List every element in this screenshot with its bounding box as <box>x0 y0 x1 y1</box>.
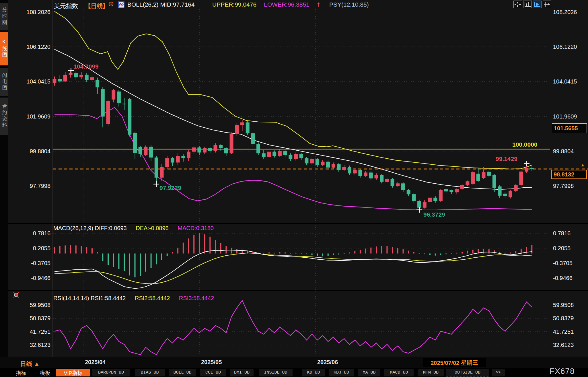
axis-label: 101.9609 <box>9 113 50 120</box>
current-price-marker-icon: ▲ <box>581 162 585 167</box>
axis-label: -0.9466 <box>553 275 573 281</box>
macd-hist-value: MACD:0.3180 <box>178 225 214 231</box>
price-annotation: 99.1429 <box>496 156 517 162</box>
toolbar-tab-kd_ud[interactable]: KD_UD <box>302 369 325 376</box>
boll-mid-readout: BOLL(26,2) MID:97.7164 <box>127 1 195 9</box>
month-label: 2025/05 <box>201 359 222 366</box>
symbol-title: 美元指数 <box>54 1 78 9</box>
axis-label: 97.7998 <box>9 182 50 189</box>
price-annotation: 97.9229 <box>159 184 181 191</box>
brand-watermark: FX678 <box>550 367 575 376</box>
up-arrow-icon: ↑ <box>317 0 320 7</box>
rsi3-value: RSI3:58.4442 <box>179 295 214 301</box>
pan-crosshair-icon[interactable] <box>513 1 522 8</box>
price-tag-box: 98.8132 <box>551 170 587 179</box>
period-tag[interactable]: 【日线】 <box>85 1 109 9</box>
axis-label: 0.7816 <box>9 230 50 237</box>
toolbar-tab--[interactable]: 指标 <box>11 369 30 376</box>
toolbar-tab--[interactable]: 模板 <box>36 369 54 376</box>
toolbar-tab-kdj_ud[interactable]: KDJ_UD <box>329 369 354 376</box>
axis-label: -0.9466 <box>9 275 50 281</box>
axis-label: 101.9609 <box>553 113 577 120</box>
rsi1-value: RSI(14,14,14) RSI1:58.4442 <box>53 295 126 301</box>
toolbar-tab-dmi_ud[interactable]: DMI_UD <box>230 369 254 376</box>
axis-label: 97.7998 <box>553 182 574 189</box>
period-selector[interactable]: 日线 ▲ <box>20 359 40 368</box>
axis-label: 50.8379 <box>553 315 574 322</box>
axis-label: 0.2055 <box>553 245 571 252</box>
extreme-cross-marker <box>68 68 74 73</box>
toolbar-tab--[interactable]: >> <box>492 369 505 376</box>
macd-dea-value: DEA:-0.0896 <box>136 225 169 231</box>
extreme-cross-marker <box>524 161 529 166</box>
axis-label: 59.9508 <box>9 302 50 308</box>
toolbar-tab-bias_ud[interactable]: BIAS_UD <box>135 369 165 376</box>
axis-label: 32.6123 <box>553 341 574 348</box>
axis-label: 32.6123 <box>9 341 50 348</box>
macd-diff-value: MACD(26,12,9) DIFF:0.0693 <box>53 225 127 231</box>
rsi2-value: RSI2:58.4442 <box>135 295 170 301</box>
alert-dot-icon[interactable] <box>12 291 20 299</box>
add-indicator-icon[interactable]: ⊕ <box>108 0 114 7</box>
macd-readout: MACD(26,12,9) DIFF:0.0693 DEA:-0.0896 MA… <box>53 225 214 232</box>
axis-label: 104.0415 <box>9 78 50 85</box>
toolbar-tab-inside_ud[interactable]: INSIDE_UD <box>259 369 293 376</box>
toolbar-tab-mtm_ud[interactable]: MTM_UD <box>418 369 444 376</box>
axis-label: 108.2026 <box>9 9 50 15</box>
boll-upper-readout: UPPER:99.0476 <box>212 1 256 9</box>
toolbar-tab-cci_ud[interactable]: CCI_UD <box>200 369 226 376</box>
extreme-cross-marker <box>416 207 422 213</box>
price-annotation: 96.3729 <box>423 211 445 218</box>
psy-readout: PSY(12,10,85) <box>329 1 369 9</box>
axis-label: 0.2055 <box>9 245 50 252</box>
toolbar-tab-ma_ud[interactable]: MA_UD <box>358 369 380 376</box>
axis-label: 0.7816 <box>553 230 571 237</box>
axis-auto-icon[interactable] <box>533 1 542 8</box>
toolbar-tab-outside_ud[interactable]: OUTSIDE_UD <box>446 369 489 376</box>
axis-label: 99.8804 <box>9 148 50 155</box>
month-label: 2025/06 <box>317 359 338 366</box>
chart-svg <box>0 0 588 357</box>
mini-chart-icon[interactable] <box>118 1 124 9</box>
rsi-readout: RSI(14,14,14) RSI1:58.4442 RSI2:58.4442 … <box>53 295 214 302</box>
axis-label: 106.1220 <box>553 43 577 50</box>
crosshair-date-box: 2025/07/02 星期三 <box>423 358 486 367</box>
axis-label: -0.3705 <box>553 260 573 267</box>
indicator-toolbar: 指标模板VIP指标BARUPDN_UDBIAS_UDBOLL_UDCCI_UDD… <box>0 368 588 377</box>
axis-label: 104.0415 <box>553 78 577 85</box>
boll-lower-readout: LOWER:96.3851 <box>264 1 309 9</box>
axis-label: 41.7251 <box>553 328 574 335</box>
chart-app-window: 分时图K线图闪电图合约资料 美元指数 【日线】 ⊕ BOLL(26,2) MID… <box>0 0 588 377</box>
axis-scale-icon[interactable] <box>523 1 532 8</box>
axis-label: 41.7251 <box>9 328 50 335</box>
chart-canvas[interactable] <box>0 0 588 357</box>
price-annotation: 104.7099 <box>73 63 99 70</box>
price-annotation: 100.0000 <box>512 141 538 148</box>
time-axis: 日线 ▲ 2025/042025/052025/06 2025/07/02 星期… <box>0 357 588 368</box>
axis-label: 59.9508 <box>553 302 574 308</box>
axis-shift-icon[interactable] <box>543 1 551 8</box>
axis-label: 106.1220 <box>9 43 50 50</box>
toolbar-tab-boll_ud[interactable]: BOLL_UD <box>169 369 196 376</box>
toolbar-tab-barupdn_ud[interactable]: BARUPDN_UD <box>92 369 130 376</box>
axis-label: 108.2026 <box>553 9 577 15</box>
toolbar-tab-vip-[interactable]: VIP指标 <box>56 369 90 376</box>
axis-label: -0.3705 <box>9 260 50 267</box>
month-label: 2025/04 <box>85 359 106 366</box>
axis-label: 99.8804 <box>553 148 574 155</box>
extreme-cross-marker <box>153 181 159 187</box>
toolbar-tab-macd_ud[interactable]: MACD_UD <box>384 369 414 376</box>
price-tag-box: 101.5655 <box>552 123 587 133</box>
axis-label: 50.8379 <box>9 315 50 322</box>
